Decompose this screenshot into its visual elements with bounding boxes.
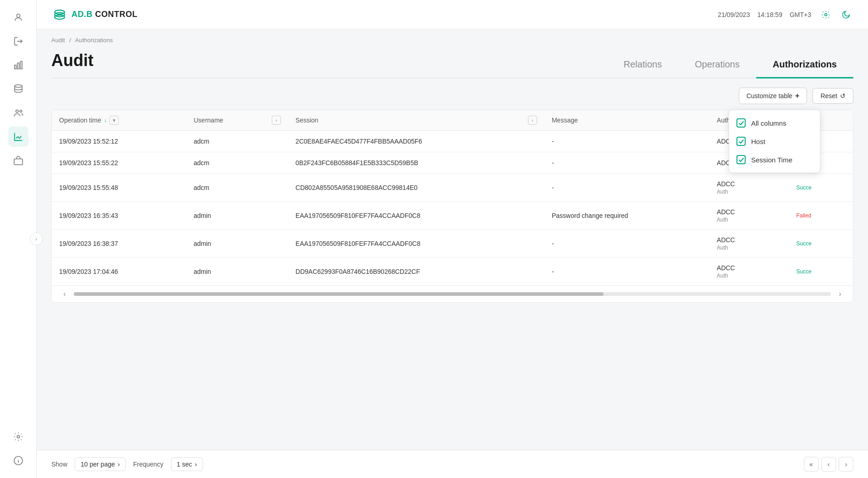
next-page-button[interactable]: ›	[839, 457, 853, 472]
settings-icon[interactable]	[819, 7, 833, 22]
cell-op-time: 19/09/2023 15:55:48	[52, 174, 187, 202]
session-time-label: Session Time	[751, 156, 792, 164]
sidebar-item-chart[interactable]	[8, 55, 28, 75]
cell-auth-type: ADCCAuth	[709, 202, 785, 230]
page-content: Audit / Authorizations Audit Relations O…	[37, 29, 868, 450]
table-row: 19/09/2023 15:55:48 adcm CD802A85505A958…	[52, 174, 853, 202]
scroll-thumb[interactable]	[74, 292, 604, 296]
prev-page-button[interactable]: ‹	[821, 457, 836, 472]
cell-message: -	[544, 174, 709, 202]
host-label: Host	[751, 138, 765, 145]
frequency-label: Frequency	[133, 461, 163, 468]
cell-auth-type: ADCCAuth	[709, 230, 785, 258]
tab-authorizations[interactable]: Authorizations	[756, 54, 853, 78]
cell-result: Failed	[785, 202, 853, 230]
reset-button[interactable]: Reset ↺	[813, 88, 853, 104]
show-label: Show	[51, 461, 67, 468]
scroll-right-button[interactable]: ›	[835, 289, 846, 300]
footer: Show 10 per page › Frequency 1 sec › « ‹…	[37, 450, 868, 478]
header-date: 21/09/2023	[718, 11, 750, 18]
cell-result: Succe	[785, 174, 853, 202]
horizontal-scroll-area: ‹ ›	[52, 285, 853, 302]
table-row: 19/09/2023 17:04:46 admin DD9AC62993F0A8…	[52, 258, 853, 286]
session-expand-icon[interactable]: ›	[528, 116, 537, 125]
cell-username: adcm	[187, 152, 288, 174]
col-username: Username ›	[187, 110, 288, 131]
cell-op-time: 19/09/2023 15:52:12	[52, 131, 187, 152]
sort-desc-icon[interactable]: ↓	[104, 117, 107, 123]
svg-point-5	[16, 110, 18, 113]
cell-auth-type: ADCCAuth	[709, 258, 785, 286]
per-page-value: 10 per page	[81, 461, 115, 468]
frequency-select[interactable]: 1 sec ›	[171, 457, 203, 471]
col-message: Message	[544, 110, 709, 131]
header-timezone: GMT+3	[790, 11, 811, 18]
scroll-left-button[interactable]: ‹	[59, 289, 70, 300]
all-columns-checkbox[interactable]	[736, 118, 746, 128]
sidebar-item-users[interactable]	[8, 103, 28, 123]
cell-session: EAA197056509F810FEF7FA4CCAADF0C8	[288, 230, 544, 258]
cell-session: 2C0E8AE4FAEC45D477F4FBB5AAAD05F6	[288, 131, 544, 152]
dropdown-item-session-time[interactable]: Session Time	[729, 150, 820, 169]
host-checkbox[interactable]	[736, 137, 746, 146]
cell-message: -	[544, 131, 709, 152]
sidebar-toggle-button[interactable]: ›	[30, 233, 43, 245]
session-time-checkbox[interactable]	[736, 155, 746, 164]
dropdown-item-host[interactable]: Host	[729, 132, 820, 150]
cell-session: CD802A85505A9581908E68ACC99814E0	[288, 174, 544, 202]
per-page-select[interactable]: 10 per page ›	[75, 457, 126, 471]
cell-username: adcm	[187, 131, 288, 152]
reset-icon: ↺	[840, 92, 846, 100]
cell-username: admin	[187, 230, 288, 258]
logo-text: AD.B CONTROL	[71, 10, 137, 19]
sidebar-item-info[interactable]	[8, 450, 28, 471]
frequency-value: 1 sec	[177, 461, 192, 468]
svg-rect-3	[20, 61, 22, 69]
cell-op-time: 19/09/2023 17:04:46	[52, 258, 187, 286]
cell-op-time: 19/09/2023 16:38:37	[52, 230, 187, 258]
page-title: Audit	[51, 51, 93, 78]
sidebar-item-user[interactable]	[8, 7, 28, 28]
sidebar-item-logout[interactable]	[8, 31, 28, 51]
tab-relations[interactable]: Relations	[607, 54, 678, 78]
header-icons	[819, 7, 853, 22]
svg-rect-7	[14, 159, 22, 165]
main-content: AD.B CONTROL 21/09/2023 14:18:59 GMT+3 A…	[37, 0, 868, 478]
footer-right: « ‹ ›	[804, 457, 853, 472]
cell-username: adcm	[187, 174, 288, 202]
sidebar-item-database[interactable]	[8, 79, 28, 99]
cell-auth-type: ADCCAuth	[709, 174, 785, 202]
filter-icon[interactable]: ▼	[110, 116, 119, 125]
all-columns-label: All columns	[751, 119, 786, 127]
svg-point-4	[14, 85, 22, 88]
moon-icon[interactable]	[839, 7, 853, 22]
first-page-button[interactable]: «	[804, 457, 819, 472]
username-expand-icon[interactable]: ›	[272, 116, 281, 125]
customize-table-label: Customize table	[747, 92, 792, 100]
cell-session: EAA197056509F810FEF7FA4CCAADF0C8	[288, 202, 544, 230]
scroll-track[interactable]	[74, 292, 831, 296]
toolbar: Customize table + Reset ↺ All columns	[51, 78, 853, 110]
header: AD.B CONTROL 21/09/2023 14:18:59 GMT+3	[37, 0, 868, 29]
customize-table-button[interactable]: Customize table +	[739, 88, 808, 104]
col-operation-time: Operation time ↓ ▼	[52, 110, 187, 131]
breadcrumb-current: Authorizations	[75, 37, 113, 44]
cell-session: DD9AC62993F0A8746C16B90268CD22CF	[288, 258, 544, 286]
cell-session: 0B2F243FC6B05884F1E5B333C5D59B5B	[288, 152, 544, 174]
sidebar-item-briefcase[interactable]	[8, 150, 28, 171]
cell-message: Password change required	[544, 202, 709, 230]
svg-point-16	[825, 13, 827, 16]
per-page-arrow: ›	[118, 461, 120, 468]
svg-point-8	[17, 435, 20, 438]
col-session: Session ›	[288, 110, 544, 131]
header-right: 21/09/2023 14:18:59 GMT+3	[718, 7, 853, 22]
dropdown-item-all-columns[interactable]: All columns	[729, 114, 820, 132]
sidebar-item-settings[interactable]	[8, 427, 28, 447]
sidebar-item-analytics[interactable]	[8, 127, 28, 147]
breadcrumb-parent: Audit	[51, 37, 65, 44]
breadcrumb-separator: /	[69, 37, 71, 44]
customize-dropdown: All columns Host Session Time	[729, 110, 820, 173]
tab-operations[interactable]: Operations	[678, 54, 756, 78]
header-time: 14:18:59	[757, 11, 782, 18]
cell-message: -	[544, 258, 709, 286]
